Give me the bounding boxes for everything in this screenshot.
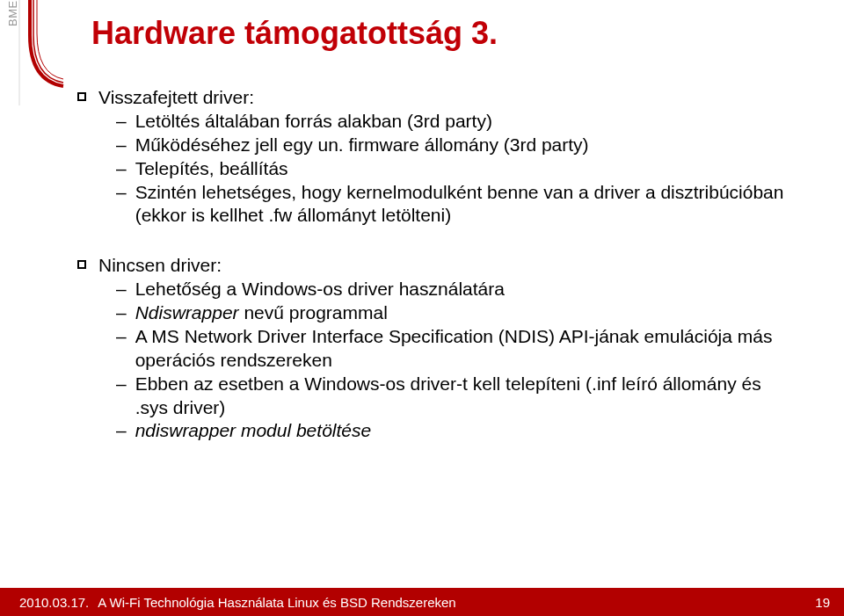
list-item: –Működéséhez jell egy un. firmware állom…: [116, 134, 798, 157]
bullet-square-icon: [77, 92, 86, 101]
footer-bar: 2010.03.17. A Wi-Fi Technológia Használa…: [0, 588, 844, 616]
list-item: –Letöltés általában forrás alakban (3rd …: [116, 110, 798, 134]
logo-icon: [9, 0, 65, 105]
footer-title: A Wi-Fi Technológia Használata Linux és …: [98, 595, 455, 610]
list-item: –Ndiswrapper nevű programmal: [116, 301, 798, 325]
section-1: Visszafejtett driver: –Letöltés általába…: [77, 86, 798, 228]
left-rail: BME: [0, 0, 65, 580]
list-item: –Ebben az esetben a Windows-os driver-t …: [116, 373, 798, 420]
list-item: –Szintén lehetséges, hogy kernelmodulkén…: [116, 181, 798, 228]
list-item: –Lehetőség a Windows-os driver használat…: [116, 278, 798, 301]
list-item: –A MS Network Driver Interface Specifica…: [116, 325, 798, 373]
slide-content: Visszafejtett driver: –Letöltés általába…: [77, 86, 798, 448]
section-2: Nincsen driver: –Lehetőség a Windows-os …: [77, 254, 798, 443]
footer-page-number: 19: [815, 595, 830, 610]
page-title: Hardware támogatottság 3.: [91, 15, 498, 52]
section-head: Visszafejtett driver:: [98, 86, 798, 110]
list-item: –ndiswrapper modul betöltése: [116, 419, 798, 443]
section-head: Nincsen driver:: [98, 254, 798, 278]
footer-date: 2010.03.17.: [19, 595, 89, 610]
bullet-square-icon: [77, 260, 86, 269]
list-item: –Telepítés, beállítás: [116, 157, 798, 181]
